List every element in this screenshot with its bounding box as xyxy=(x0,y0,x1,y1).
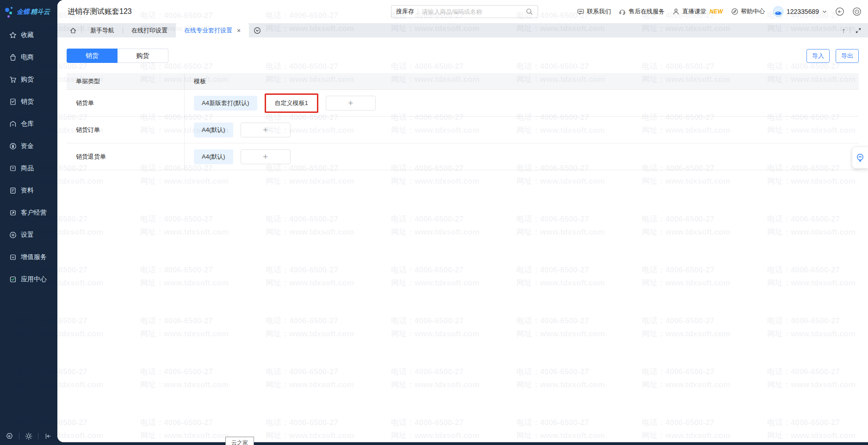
assistant-bulb-icon xyxy=(855,153,865,163)
search-input[interactable] xyxy=(422,8,526,15)
sidebar-item-label: 增值服务 xyxy=(21,253,47,261)
assistant-widget[interactable] xyxy=(852,147,868,168)
tab-online-pro-template-settings[interactable]: 在线专业套打设置 × xyxy=(176,23,249,37)
contact-us-label: 联系我们 xyxy=(587,7,611,16)
sidebar-item-settings[interactable]: 设置 xyxy=(0,224,57,246)
top-header: 进销存测试账套123 搜库存 联系我们 售后在线服务 直播课堂 NEW xyxy=(57,0,868,23)
sidebar-item-label: 客户经营 xyxy=(21,209,47,217)
sidebar-footer xyxy=(0,432,57,440)
chat-bubble-icon xyxy=(577,8,584,15)
app-logo[interactable]: 金蝶精斗云 xyxy=(0,0,57,19)
import-button[interactable]: 导入 xyxy=(806,49,830,63)
settings-icon xyxy=(9,231,17,239)
close-tab-icon[interactable]: × xyxy=(237,27,241,34)
import-export-group: 导入 导出 xyxy=(806,49,859,63)
export-button[interactable]: 导出 xyxy=(836,49,859,63)
shopping-bag-icon xyxy=(9,54,17,61)
sidebar-nav: 收藏 电商 购货 销货 仓库 资金 商品 资料 xyxy=(0,24,57,290)
after-sales-service-link[interactable]: 售后在线服务 xyxy=(619,7,664,16)
user-menu[interactable]: 122335689 xyxy=(773,6,827,17)
home-icon xyxy=(69,27,77,34)
headset-icon xyxy=(619,8,626,15)
circle-chevron-down-icon xyxy=(254,27,261,34)
yunzhijia-tooltip: 云之家 xyxy=(225,437,254,445)
divider xyxy=(418,8,418,15)
template-chip-custom-1[interactable]: 自定义模板1 xyxy=(267,96,316,111)
sidebar-item-goods[interactable]: 商品 xyxy=(0,157,57,179)
cart-icon xyxy=(9,76,17,83)
live-classroom-link[interactable]: 直播课堂 NEW xyxy=(672,7,723,16)
sidebar-item-label: 销货 xyxy=(21,98,34,106)
template-chip-a4-new-default[interactable]: A4新版套打(默认) xyxy=(194,96,257,111)
sales-doc-icon xyxy=(9,98,17,105)
col-header-template: 模板 xyxy=(185,77,859,86)
customer-growth-icon xyxy=(9,209,17,216)
template-table: 单据类型 模板 销货单 A4新版套打(默认) 自定义模板1 + 销货订单 A4(… xyxy=(67,73,859,170)
doc-type-label: 销货订单 xyxy=(67,117,185,143)
search-icon[interactable] xyxy=(526,8,533,15)
account-title: 进销存测试账套123 xyxy=(68,7,132,17)
add-template-button[interactable]: + xyxy=(326,96,376,111)
value-added-icon xyxy=(9,253,17,261)
person-icon xyxy=(672,8,680,15)
back-arrow-circle-icon xyxy=(835,7,844,16)
star-icon xyxy=(9,31,17,39)
sidebar-item-data[interactable]: 资料 xyxy=(0,179,57,202)
chevron-down-icon xyxy=(822,9,827,14)
theme-sun-icon[interactable] xyxy=(25,432,33,440)
template-chip-a4-default[interactable]: A4(默认) xyxy=(194,149,233,164)
tab-label: 在线专业套打设置 xyxy=(184,26,232,35)
sidebar-item-funds[interactable]: 资金 xyxy=(0,135,57,157)
contact-us-link[interactable]: 联系我们 xyxy=(577,7,611,16)
toolbar: 销货 购货 导入 导出 xyxy=(67,49,859,63)
sidebar-item-customer-ops[interactable]: 客户经营 xyxy=(0,202,57,224)
fullscreen-icon[interactable] xyxy=(855,27,862,34)
gear-icon[interactable] xyxy=(5,432,13,440)
tab-bar: 新手导航 在线打印设置 在线专业套打设置 × ↑ xyxy=(57,23,868,37)
sidebar-item-app-center[interactable]: 应用中心 xyxy=(0,268,57,290)
sidebar-item-label: 设置 xyxy=(21,231,34,239)
template-chip-a4-default[interactable]: A4(默认) xyxy=(194,123,233,137)
sidebar-item-value-added[interactable]: 增值服务 xyxy=(0,246,57,268)
sidebar-item-label: 商品 xyxy=(21,164,34,173)
col-header-doc-type: 单据类型 xyxy=(67,73,185,89)
help-center-link[interactable]: 帮助中心 xyxy=(731,7,765,16)
collapse-sidebar-icon[interactable] xyxy=(44,432,52,440)
sidebar-item-label: 资料 xyxy=(21,186,34,195)
sidebar-item-label: 电商 xyxy=(21,53,34,62)
divider xyxy=(38,433,38,439)
brand-text: 金蝶精斗云 xyxy=(17,8,50,16)
main-area: 进销存测试账套123 搜库存 联系我们 售后在线服务 直播课堂 NEW xyxy=(57,0,868,442)
inventory-search[interactable]: 搜库存 xyxy=(391,5,538,18)
table-row-sales-purchase-order: 销货订单 A4(默认) + xyxy=(67,117,859,143)
yuan-circle-icon xyxy=(9,142,17,150)
table-header-row: 单据类型 模板 xyxy=(67,73,859,90)
toggle-sales[interactable]: 销货 xyxy=(67,49,118,63)
tab-online-print-settings[interactable]: 在线打印设置 xyxy=(123,23,176,37)
sidebar-item-warehouse[interactable]: 仓库 xyxy=(0,113,57,135)
sidebar-item-label: 购货 xyxy=(21,75,34,84)
help-center-label: 帮助中心 xyxy=(741,7,765,16)
divider xyxy=(850,27,850,33)
sidebar: 金蝶精斗云 收藏 电商 购货 销货 仓库 资金 商品 xyxy=(0,0,57,445)
add-template-button[interactable]: + xyxy=(241,149,291,164)
toggle-purchase[interactable]: 购货 xyxy=(118,49,168,63)
back-button[interactable] xyxy=(835,7,844,16)
sidebar-item-favorites[interactable]: 收藏 xyxy=(0,24,57,46)
sidebar-item-label: 收藏 xyxy=(21,31,34,39)
avatar xyxy=(773,6,784,17)
tab-list-dropdown[interactable] xyxy=(249,23,266,37)
home-tab[interactable] xyxy=(65,23,81,37)
logout-button[interactable] xyxy=(852,7,862,16)
sidebar-item-label: 仓库 xyxy=(21,120,34,128)
power-circle-icon xyxy=(852,7,862,16)
sidebar-item-purchase[interactable]: 购货 xyxy=(0,68,57,91)
after-sales-service-label: 售后在线服务 xyxy=(628,7,664,16)
sidebar-item-ecommerce[interactable]: 电商 xyxy=(0,46,57,68)
collapse-tabs-icon[interactable]: ↑ xyxy=(842,26,846,34)
sidebar-item-label: 应用中心 xyxy=(21,275,47,284)
tab-newbie-guide[interactable]: 新手导航 xyxy=(82,23,123,37)
sidebar-item-sales[interactable]: 销货 xyxy=(0,91,57,113)
add-template-button[interactable]: + xyxy=(241,123,291,137)
doc-type-label: 销货退货单 xyxy=(67,143,185,170)
